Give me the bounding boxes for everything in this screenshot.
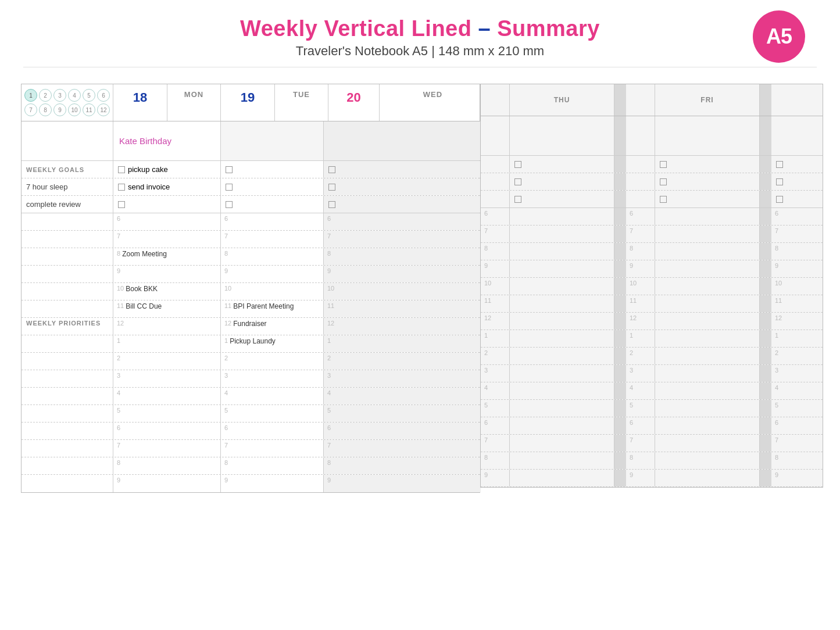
r-ev-shade-2 (760, 116, 771, 155)
checkbox-wed-1 (328, 166, 335, 173)
time-row-9: 9 9 9 (22, 266, 480, 283)
r-time-shade-2-9 (760, 365, 771, 382)
tue-8b: 8 (221, 457, 324, 474)
r-cb-3e-box (776, 196, 783, 203)
circles-row-2: 7 8 9 10 11 12 (24, 103, 110, 116)
page-header: Weekly Vertical Lined – Summary Traveler… (0, 0, 840, 78)
r-ev-5 (771, 116, 806, 155)
r-cb-2e-box (776, 178, 783, 185)
r-time-thu-num-8: 2 (481, 348, 510, 364)
r-time-thu-num-12: 6 (481, 417, 510, 434)
wed-2: 2 (324, 353, 481, 370)
circle-2: 2 (39, 89, 52, 102)
r-time-fri-num-11: 5 (626, 400, 655, 417)
tue-6b: 6 (221, 423, 324, 439)
r-time-thu-num-3: 9 (481, 260, 510, 277)
circle-11: 11 (83, 103, 95, 116)
right-time-row-7-13: 7 7 7 (481, 435, 823, 452)
right-page: THU FRI (480, 84, 823, 488)
time-row-12: WEEKLY PRIORITIES 12 12 Fundraiser 12 (22, 318, 480, 335)
r-time-sat-9: 3 (771, 365, 806, 382)
right-time-row-8-2: 8 8 8 (481, 243, 823, 260)
r-time-thu-6 (510, 313, 614, 330)
r-time-shade-2-6 (760, 313, 771, 330)
r-time-shade-2-5 (760, 295, 771, 312)
r-time-shade-1-0 (614, 208, 626, 225)
day-19-num: 19 (221, 84, 275, 121)
wed-7b: 7 (324, 440, 481, 457)
day-tue: TUE (275, 84, 328, 121)
r-cb-3a (481, 191, 510, 207)
time-row-10: 10 Book BKK 10 10 (22, 283, 480, 300)
mon-7b: 7 (113, 440, 221, 457)
thu-label: THU (510, 84, 614, 116)
circle-12: 12 (97, 103, 110, 116)
r-time-thu-num-2: 8 (481, 243, 510, 260)
mon-6b: 6 (113, 423, 221, 439)
r-time-fri-1 (655, 225, 760, 242)
r-time-fri-8 (655, 348, 760, 364)
event-sidebar (22, 121, 113, 160)
r-cb-shade-6 (760, 191, 771, 207)
sidebar-3 (22, 370, 113, 387)
page-title: Weekly Vertical Lined – Summary (0, 16, 840, 41)
r-time-fri-11 (655, 400, 760, 417)
r-time-thu-14 (510, 452, 614, 469)
checkbox-pickup-cake (118, 166, 125, 173)
tue-6: 6 (221, 213, 324, 230)
sidebar-10 (22, 283, 113, 300)
event-tue-cell (221, 121, 324, 160)
sidebar-11 (22, 300, 113, 317)
left-page: 1 2 3 4 5 6 7 8 9 10 11 12 18 MON 19 (21, 84, 480, 493)
r-time-thu-num-11: 5 (481, 400, 510, 417)
checkbox-tue-2 (226, 184, 233, 191)
r-time-shade-1-12 (614, 417, 626, 434)
r-time-fri-num-15: 9 (626, 470, 655, 486)
time-10-label: 10 (117, 285, 124, 292)
goal-complete-review: complete review (22, 196, 113, 213)
wed-8b: 8 (324, 457, 481, 474)
wed-6: 6 (324, 213, 481, 230)
r-time-thu-8 (510, 348, 614, 364)
tue-7: 7 (221, 231, 324, 248)
r-time-sat-4: 10 (771, 278, 806, 295)
time-row-1: 1 1 Pickup Laundy 1 (22, 335, 480, 353)
mon-8b: 8 (113, 457, 221, 474)
r-ev-4 (655, 116, 760, 155)
r-time-shade-2-10 (760, 382, 771, 399)
wed-9: 9 (324, 266, 481, 282)
event-row: Kate Birthday (22, 121, 480, 161)
r-time-sat-3: 9 (771, 260, 806, 277)
kate-birthday-cell: Kate Birthday (113, 121, 221, 160)
tue-12: 12 Fundraiser (221, 318, 324, 335)
sidebar-5 (22, 405, 113, 422)
checkbox-wed-2 (328, 184, 335, 191)
time-row-11: 11 Bill CC Due 11 BPI Parent Meeting 11 (22, 300, 480, 318)
r-time-fri-num-14: 8 (626, 452, 655, 469)
tue-1: 1 Pickup Laundy (221, 335, 324, 352)
r-time-shade-2-7 (760, 330, 771, 347)
goals-wed-2 (324, 178, 481, 195)
r-time-fri-0 (655, 208, 760, 225)
r-time-fri-13 (655, 435, 760, 452)
r-cb-shade-3 (614, 173, 626, 190)
wed-4: 4 (324, 388, 481, 405)
r-time-fri-num-2: 8 (626, 243, 655, 260)
sidebar-7b (22, 440, 113, 457)
r-time-thu-2 (510, 243, 614, 260)
right-time-row-2-8: 2 2 2 (481, 348, 823, 365)
sidebar-6b (22, 423, 113, 439)
fundraiser-text: Fundraiser (233, 320, 266, 328)
r-time-fri-2 (655, 243, 760, 260)
title-part2: Summary (497, 16, 600, 41)
r-cb-2b (510, 173, 614, 190)
tue-3: 3 (221, 370, 324, 387)
tue-9b: 9 (221, 475, 324, 492)
right-time-row-5-11: 5 5 5 (481, 400, 823, 417)
right-shade-2 (760, 84, 771, 116)
send-invoice-text: send invoice (128, 182, 170, 191)
r-time-sat-5: 11 (771, 295, 806, 312)
wed-11: 11 (324, 300, 481, 317)
r-cb-1c (626, 156, 655, 173)
fri-num-header (626, 84, 655, 116)
